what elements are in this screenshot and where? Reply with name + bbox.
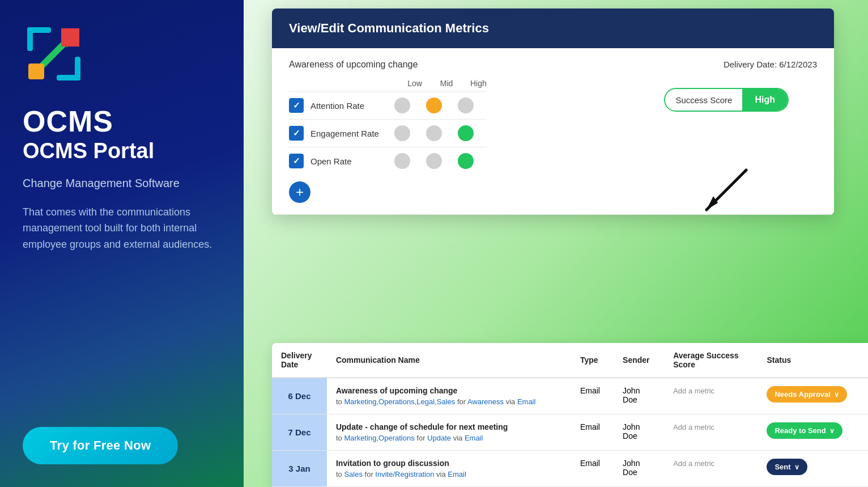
- col-header-date: DeliveryDate: [272, 343, 327, 378]
- card-header: View/Edit Communication Metrics: [272, 9, 834, 48]
- dot-attention-high: [458, 98, 474, 113]
- row2-date: 7 Dec: [272, 414, 327, 451]
- row3-comm-detail: to Sales for Invite/Registration via Ema…: [336, 470, 562, 478]
- col-header-avg-score: Average SuccessScore: [664, 343, 758, 378]
- row2-sender: JohnDoe: [614, 414, 664, 451]
- dot-open-low: [394, 153, 410, 169]
- metric-name-open: Open Rate: [310, 156, 390, 166]
- svg-rect-1: [27, 27, 33, 51]
- row3-link-channel[interactable]: Email: [448, 470, 466, 478]
- col-high: High: [470, 79, 486, 88]
- row3-link-groups[interactable]: Sales: [344, 470, 363, 478]
- success-score-widget: Success Score High: [664, 88, 789, 112]
- row3-date: 3 Jan: [272, 451, 327, 487]
- success-score-label: Success Score: [665, 90, 742, 111]
- dot-engagement-low: [394, 125, 410, 141]
- communications-table: DeliveryDate Communication Name Type Sen…: [272, 343, 868, 487]
- row2-comm-name: Update - change of schedule for next mee…: [336, 422, 562, 431]
- metric-dots-open: [390, 153, 474, 169]
- row3-status-badge[interactable]: Sent ∨: [767, 459, 807, 475]
- svg-rect-3: [75, 57, 80, 81]
- row3-link-type[interactable]: Invite/Registration: [375, 470, 434, 478]
- row3-sender: JohnDoe: [614, 451, 664, 487]
- row3-comm-name: Invitation to group discussion: [336, 459, 562, 468]
- card-header-title: View/Edit Communication Metrics: [289, 21, 489, 35]
- metric-name-attention: Attention Rate: [310, 101, 390, 111]
- svg-rect-6: [28, 63, 44, 79]
- row2-link-groups[interactable]: Marketing,Operations: [344, 434, 414, 442]
- row3-type: Email: [571, 451, 614, 487]
- row1-sender: JohnDoe: [614, 378, 664, 414]
- portal-description: That comes with the communications manag…: [23, 204, 221, 253]
- row2-link-type[interactable]: Update: [427, 434, 451, 442]
- metrics-card: View/Edit Communication Metrics Awarenes…: [272, 9, 834, 215]
- metric-dots-engagement: [390, 125, 474, 141]
- row1-status-badge[interactable]: Needs Approval ∨: [767, 386, 847, 403]
- ocms-brand-title: OCMS: [23, 104, 113, 138]
- row2-status-cell: Ready to Send ∨: [758, 414, 868, 451]
- col-header-sender: Sender: [614, 343, 664, 378]
- metrics-header-row: Low Mid High: [289, 79, 486, 91]
- row2-type: Email: [571, 414, 614, 451]
- col-header-status: Status: [758, 343, 868, 378]
- left-panel: OCMS OCMS Portal Change Management Softw…: [0, 0, 244, 487]
- row2-comm-cell: Update - change of schedule for next mee…: [327, 414, 571, 451]
- row1-date: 6 Dec: [272, 378, 327, 414]
- row1-link-groups[interactable]: Marketing,Operations,Legal,Sales: [344, 397, 455, 406]
- row3-avg-score[interactable]: Add a metric: [664, 451, 758, 487]
- dot-engagement-mid: [426, 125, 442, 141]
- table-row: 7 Dec Update - change of schedule for ne…: [272, 414, 868, 451]
- dot-open-mid: [426, 153, 442, 169]
- portal-heading: OCMS Portal: [23, 138, 154, 164]
- row1-link-channel[interactable]: Email: [517, 397, 536, 406]
- col-header-type: Type: [571, 343, 614, 378]
- row1-link-type[interactable]: Awareness: [467, 397, 504, 406]
- metric-dots-attention: [390, 98, 474, 113]
- table-header-row: DeliveryDate Communication Name Type Sen…: [272, 343, 868, 378]
- metric-checkbox-open[interactable]: [289, 154, 304, 168]
- col-low: Low: [407, 79, 423, 88]
- dot-attention-low: [394, 98, 410, 113]
- metric-row-attention: Attention Rate: [289, 91, 486, 119]
- svg-marker-7: [61, 28, 79, 46]
- metrics-top-row: Awareness of upcoming change Delivery Da…: [289, 60, 817, 70]
- row2-link-channel[interactable]: Email: [465, 434, 483, 442]
- row2-avg-score[interactable]: Add a metric: [664, 414, 758, 451]
- row1-avg-score[interactable]: Add a metric: [664, 378, 758, 414]
- metric-checkbox-engagement[interactable]: [289, 126, 304, 141]
- awareness-label: Awareness of upcoming change: [289, 60, 418, 70]
- metric-checkbox-attention[interactable]: [289, 98, 304, 113]
- row1-comm-detail: to Marketing,Operations,Legal,Sales for …: [336, 397, 562, 406]
- dot-attention-mid: [426, 98, 442, 113]
- dot-engagement-high: [458, 125, 474, 141]
- row2-status-badge[interactable]: Ready to Send ∨: [767, 422, 842, 439]
- right-panel: View/Edit Communication Metrics Awarenes…: [244, 0, 868, 487]
- row1-comm-cell: Awareness of upcoming change to Marketin…: [327, 378, 571, 414]
- communications-table-container: DeliveryDate Communication Name Type Sen…: [272, 343, 868, 487]
- success-score-value: High: [742, 89, 788, 111]
- add-metric-button[interactable]: +: [289, 181, 310, 203]
- delivery-date: Delivery Date: 6/12/2023: [724, 60, 817, 69]
- row3-comm-cell: Invitation to group discussion to Sales …: [327, 451, 571, 487]
- table-row: 3 Jan Invitation to group discussion to …: [272, 451, 868, 487]
- table-row: 6 Dec Awareness of upcoming change to Ma…: [272, 378, 868, 414]
- ocms-logo-icon: [23, 23, 85, 85]
- try-free-button[interactable]: Try for Free Now: [23, 427, 178, 464]
- metrics-section: Awareness of upcoming change Delivery Da…: [272, 48, 834, 215]
- row1-comm-name: Awareness of upcoming change: [336, 386, 562, 395]
- metric-name-engagement: Engagement Rate: [310, 129, 390, 138]
- metric-row-open: Open Rate: [289, 147, 486, 175]
- row1-type: Email: [571, 378, 614, 414]
- col-header-comm-name: Communication Name: [327, 343, 571, 378]
- row3-status-cell: Sent ∨: [758, 451, 868, 487]
- col-mid: Mid: [439, 79, 454, 88]
- row2-comm-detail: to Marketing,Operations for Update via E…: [336, 434, 562, 442]
- row1-status-cell: Needs Approval ∨: [758, 378, 868, 414]
- dot-open-high: [458, 153, 474, 169]
- metric-row-engagement: Engagement Rate: [289, 119, 486, 147]
- logo-container: [23, 23, 85, 85]
- portal-subtitle: Change Management Software: [23, 176, 180, 190]
